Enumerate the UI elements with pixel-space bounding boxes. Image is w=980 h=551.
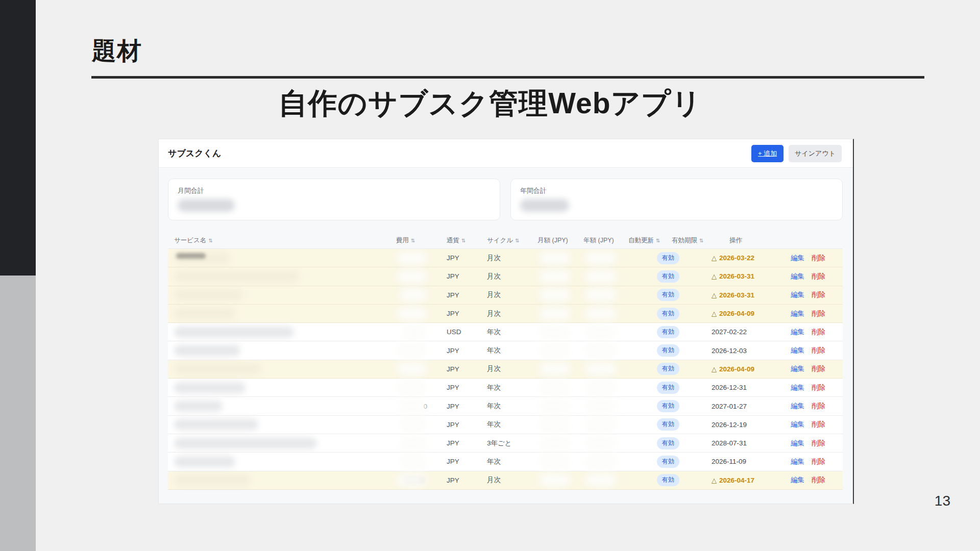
cell-auto-renewal: 有効: [619, 323, 671, 341]
redacted-service-name: [174, 289, 243, 300]
cell-actions: 編集削除: [755, 471, 844, 489]
cell-actions: 編集削除: [755, 397, 844, 415]
currency-value: JPY: [447, 458, 459, 465]
delete-link[interactable]: 削除: [812, 457, 825, 466]
cell-cycle: 月次: [478, 360, 525, 378]
cell-cost: [393, 323, 429, 341]
edit-link[interactable]: 編集: [791, 383, 804, 392]
delete-link[interactable]: 削除: [812, 420, 825, 429]
add-button[interactable]: + 追加: [751, 145, 783, 162]
column-header-renewal[interactable]: 自動更新⇅: [619, 236, 671, 245]
cell-cycle: 年次: [478, 341, 525, 359]
cell-cycle: 年次: [478, 453, 525, 470]
edit-link[interactable]: 編集: [791, 254, 804, 263]
redacted-yearly-amount: [585, 362, 617, 375]
delete-link[interactable]: 削除: [812, 439, 825, 448]
sort-icon: ⇅: [411, 238, 415, 243]
redacted-yearly-amount: [585, 437, 617, 450]
delete-link[interactable]: 削除: [812, 402, 825, 411]
sort-icon: ⇅: [656, 238, 660, 243]
delete-link[interactable]: 削除: [812, 290, 825, 299]
edit-link[interactable]: 編集: [791, 420, 804, 429]
cell-monthly-amount: [525, 379, 571, 396]
expiry-date: 2026-04-09: [719, 310, 754, 317]
currency-value: JPY: [447, 421, 459, 429]
cycle-value: 3年ごと: [487, 439, 512, 448]
cycle-value: 月次: [487, 364, 501, 373]
redacted-cost: [399, 418, 427, 431]
cell-cycle: 年次: [478, 416, 525, 434]
table-row: JPY月次有効△2026-04-09編集削除: [168, 305, 843, 323]
redacted-service-name: [174, 474, 251, 486]
currency-value: JPY: [447, 272, 459, 280]
warning-icon: △: [712, 310, 717, 317]
cycle-value: 年次: [487, 328, 501, 337]
currency-value: JPY: [447, 254, 459, 262]
redacted-yearly-amount: [585, 325, 617, 339]
redacted-yearly-amount: [585, 399, 617, 413]
cell-cost: 0: [393, 397, 429, 415]
cell-expiry: 2027-02-22: [671, 323, 755, 341]
delete-link[interactable]: 削除: [812, 346, 825, 355]
table-row: 0JPY年次有効2027-01-27編集削除: [168, 397, 843, 415]
cell-currency: JPY: [429, 397, 478, 415]
delete-link[interactable]: 削除: [812, 383, 825, 392]
cell-auto-renewal: 有効: [619, 286, 671, 304]
edit-link[interactable]: 編集: [791, 439, 804, 448]
cell-yearly-amount: [571, 379, 619, 396]
yearly-total-label: 年間合計: [520, 186, 833, 195]
delete-link[interactable]: 削除: [812, 254, 825, 263]
cell-service-name: [168, 471, 393, 489]
cell-service-name: [168, 323, 393, 341]
delete-link[interactable]: 削除: [812, 309, 825, 318]
currency-value: JPY: [447, 291, 459, 299]
delete-link[interactable]: 削除: [812, 272, 825, 281]
slide-kicker: 題材: [92, 39, 142, 63]
cell-actions: 編集削除: [755, 416, 844, 434]
edit-link[interactable]: 編集: [791, 309, 804, 318]
cell-auto-renewal: 有効: [619, 471, 671, 489]
edit-link[interactable]: 編集: [791, 272, 804, 281]
edit-link[interactable]: 編集: [791, 364, 804, 373]
cell-expiry: 2026-12-03: [671, 341, 755, 359]
column-header-expiry[interactable]: 有効期限⇅: [671, 236, 728, 245]
column-header-cost[interactable]: 費用⇅: [393, 236, 429, 245]
edit-link[interactable]: 編集: [791, 457, 804, 466]
column-header-service[interactable]: サービス名⇅: [168, 236, 393, 245]
currency-value: JPY: [447, 384, 459, 391]
redacted-cost: [402, 325, 427, 339]
redacted-monthly-amount: [539, 362, 571, 375]
cycle-value: 月次: [487, 290, 501, 299]
cell-cost: [393, 379, 429, 396]
add-button-label: 追加: [764, 149, 777, 157]
table-row: USD年次有効2027-02-22編集削除: [168, 323, 843, 341]
delete-link[interactable]: 削除: [812, 328, 825, 337]
cycle-value: 年次: [487, 457, 501, 466]
currency-value: JPY: [447, 347, 459, 355]
redacted-yearly-amount: [585, 381, 617, 394]
cell-service-name: [168, 360, 393, 378]
edit-link[interactable]: 編集: [791, 402, 804, 411]
cell-monthly-amount: [525, 397, 571, 415]
app-screenshot: サブスクくん + 追加 サインアウト 月間合計 年間合計 サービス名⇅費用⇅通貨…: [158, 139, 854, 504]
cell-cost: [393, 249, 429, 267]
redacted-service-name: [174, 456, 235, 467]
redacted-yearly-amount: [585, 252, 617, 265]
edit-link[interactable]: 編集: [791, 346, 804, 355]
column-header-cycle[interactable]: サイクル⇅: [478, 236, 525, 245]
cycle-value: 月次: [487, 309, 501, 318]
signout-button[interactable]: サインアウト: [789, 145, 842, 162]
delete-link[interactable]: 削除: [812, 475, 825, 485]
delete-link[interactable]: 削除: [812, 364, 825, 373]
edit-link[interactable]: 編集: [791, 328, 804, 337]
cell-currency: JPY: [429, 453, 478, 470]
redacted-monthly-amount: [539, 288, 571, 302]
column-header-currency[interactable]: 通貨⇅: [429, 236, 478, 245]
redacted-service-name: [174, 419, 258, 430]
redacted-cost: [397, 473, 427, 487]
currency-value: JPY: [447, 310, 459, 317]
cell-cycle: 年次: [478, 379, 525, 396]
edit-link[interactable]: 編集: [791, 475, 804, 485]
edit-link[interactable]: 編集: [791, 290, 804, 299]
cell-currency: JPY: [429, 267, 478, 285]
